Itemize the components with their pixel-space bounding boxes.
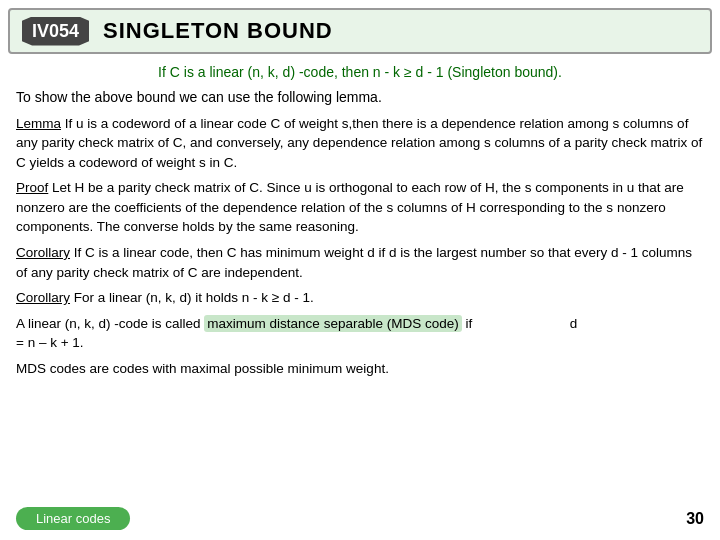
corollary2-label: Corollary: [16, 290, 70, 305]
lemma-text: If u is a codeword of a linear code C of…: [16, 116, 702, 170]
mds-suffix: if: [462, 316, 473, 331]
mds-formula: = n – k + 1.: [16, 335, 84, 350]
corollary2-block: Corollary For a linear (n, k, d) it hold…: [16, 288, 704, 308]
page-container: IV054 SINGLETON BOUND If C is a linear (…: [0, 0, 720, 540]
corollary1-label: Corollary: [16, 245, 70, 260]
mds-codes-text: MDS codes are codes with maximal possibl…: [16, 359, 704, 379]
mds-definition: A linear (n, k, d) -code is called maxim…: [16, 314, 704, 353]
corollary1-block: Corollary If C is a linear code, then C …: [16, 243, 704, 282]
mds-d-label: d: [570, 316, 578, 331]
page-number: 30: [686, 510, 704, 528]
course-badge: IV054: [22, 17, 89, 46]
corollary1-text: If C is a linear code, then C has minimu…: [16, 245, 692, 280]
proof-block: Proof Let H be a parity check matrix of …: [16, 178, 704, 237]
footer: Linear codes 30: [8, 503, 712, 532]
mds-prefix: A linear (n, k, d) -code is called: [16, 316, 204, 331]
header-bar: IV054 SINGLETON BOUND: [8, 8, 712, 54]
slide-title: SINGLETON BOUND: [103, 18, 333, 44]
content-area: If C is a linear (n, k, d) -code, then n…: [8, 64, 712, 499]
lemma-label: Lemma: [16, 116, 61, 131]
mds-highlight: maximum distance separable (MDS code): [204, 315, 461, 332]
lemma-block: Lemma If u is a codeword of a linear cod…: [16, 114, 704, 173]
footer-tag: Linear codes: [16, 507, 130, 530]
intro-text: To show the above bound we can use the f…: [16, 88, 704, 108]
theorem-statement: If C is a linear (n, k, d) -code, then n…: [16, 64, 704, 80]
corollary2-text: For a linear (n, k, d) it holds n - k ≥ …: [70, 290, 314, 305]
proof-label: Proof: [16, 180, 48, 195]
proof-text: Let H be a parity check matrix of C. Sin…: [16, 180, 684, 234]
